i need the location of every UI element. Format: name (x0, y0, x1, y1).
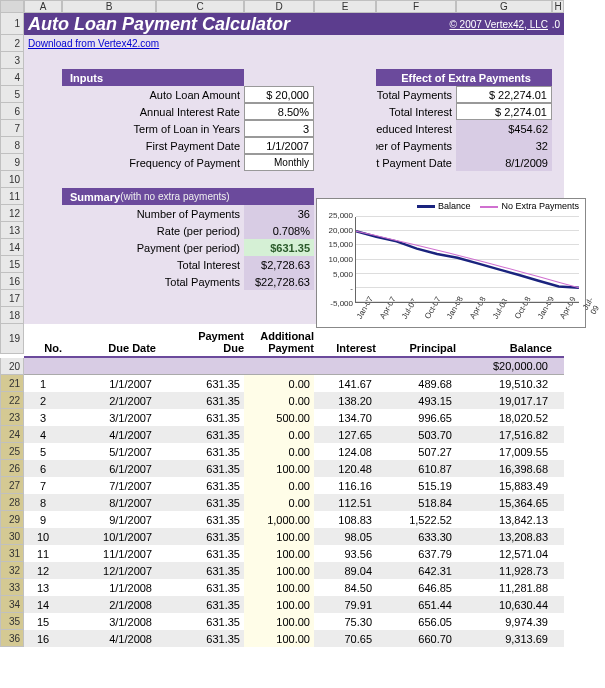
cell-date: 6/1/2007 (62, 460, 156, 477)
row-header[interactable]: 5 (0, 86, 24, 103)
col-header[interactable]: H (552, 0, 564, 13)
row-header[interactable]: 1 (0, 13, 24, 35)
col-header[interactable]: E (314, 0, 376, 13)
cell-due: 631.35 (156, 511, 244, 528)
input-value[interactable]: 8.50% (244, 103, 314, 120)
cell-additional[interactable]: 0.00 (244, 494, 314, 511)
summary-header-text: Summary (70, 191, 120, 203)
row-header[interactable]: 34 (0, 596, 24, 613)
cell-principal: 996.65 (376, 409, 456, 426)
cell-date: 9/1/2007 (62, 511, 156, 528)
cell-principal: 633.30 (376, 528, 456, 545)
cell-additional[interactable]: 100.00 (244, 596, 314, 613)
input-value[interactable]: $ 20,000 (244, 86, 314, 103)
row-header[interactable]: 7 (0, 120, 24, 137)
col-header[interactable]: C (156, 0, 244, 13)
row-header[interactable]: 27 (0, 477, 24, 494)
start-balance: $20,000.00 (456, 358, 552, 375)
row-header[interactable]: 33 (0, 579, 24, 596)
row-header[interactable]: 17 (0, 290, 24, 307)
row-header[interactable]: 13 (0, 222, 24, 239)
row-header[interactable]: 4 (0, 69, 24, 86)
row-header[interactable]: 28 (0, 494, 24, 511)
cell-date: 3/1/2008 (62, 613, 156, 630)
row-header[interactable]: 12 (0, 205, 24, 222)
cell-interest: 93.56 (314, 545, 376, 562)
cell-principal: 515.19 (376, 477, 456, 494)
balance-chart: BalanceNo Extra Payments-5,000-5,00010,0… (316, 198, 586, 328)
cell-additional[interactable]: 0.00 (244, 426, 314, 443)
cell-additional[interactable]: 500.00 (244, 409, 314, 426)
row-header[interactable]: 14 (0, 239, 24, 256)
row-header[interactable]: 26 (0, 460, 24, 477)
row-header[interactable]: 9 (0, 154, 24, 171)
row-header[interactable]: 8 (0, 137, 24, 154)
cell-no: 9 (24, 511, 62, 528)
row-header[interactable]: 2 (0, 35, 24, 52)
row-header[interactable]: 20 (0, 358, 24, 375)
col-header[interactable]: G (456, 0, 552, 13)
row-header[interactable]: 23 (0, 409, 24, 426)
input-value[interactable]: 3 (244, 120, 314, 137)
row-header[interactable]: 24 (0, 426, 24, 443)
row-header[interactable]: 6 (0, 103, 24, 120)
cell-additional[interactable]: 100.00 (244, 579, 314, 596)
input-value[interactable]: 1/1/2007 (244, 137, 314, 154)
summary-value: $2,728.63 (244, 256, 314, 273)
row-header[interactable]: 15 (0, 256, 24, 273)
row-header[interactable]: 36 (0, 630, 24, 647)
row-header[interactable]: 32 (0, 562, 24, 579)
cell-additional[interactable]: 0.00 (244, 477, 314, 494)
row-header[interactable]: 16 (0, 273, 24, 290)
cell-no: 13 (24, 579, 62, 596)
row-header[interactable]: 18 (0, 307, 24, 324)
col-header[interactable]: F (376, 0, 456, 13)
summary-label: Rate (per period) (62, 222, 244, 239)
row-header[interactable]: 10 (0, 171, 24, 188)
cell-additional[interactable]: 0.00 (244, 375, 314, 392)
cell-principal: 660.70 (376, 630, 456, 647)
row-header[interactable]: 19 (0, 324, 24, 354)
row-header[interactable]: 22 (0, 392, 24, 409)
cell-additional[interactable]: 100.00 (244, 460, 314, 477)
cell-interest: 89.04 (314, 562, 376, 579)
cell-no: 4 (24, 426, 62, 443)
th-balance: Balance (456, 324, 552, 358)
row-header[interactable]: 30 (0, 528, 24, 545)
cell-additional[interactable]: 100.00 (244, 528, 314, 545)
th-additional: AdditionalPayment (244, 324, 314, 358)
summary-header: Summary (with no extra payments) (62, 188, 314, 205)
row-header[interactable]: 3 (0, 52, 24, 69)
row-header[interactable]: 29 (0, 511, 24, 528)
cell-additional[interactable]: 100.00 (244, 545, 314, 562)
row-header[interactable]: 35 (0, 613, 24, 630)
cell-additional[interactable]: 1,000.00 (244, 511, 314, 528)
cell-no: 11 (24, 545, 62, 562)
cell-additional[interactable]: 100.00 (244, 562, 314, 579)
col-header[interactable]: A (24, 0, 62, 13)
cell-balance: 12,571.04 (456, 545, 552, 562)
summary-value: 36 (244, 205, 314, 222)
col-header[interactable]: D (244, 0, 314, 13)
col-header[interactable]: B (62, 0, 156, 13)
row-header[interactable]: 31 (0, 545, 24, 562)
cell-balance: 19,017.17 (456, 392, 552, 409)
download-link[interactable]: Download from Vertex42.com (24, 35, 314, 52)
cell-interest: 84.50 (314, 579, 376, 596)
col-header[interactable] (0, 0, 24, 13)
cell-additional[interactable]: 0.00 (244, 443, 314, 460)
row-header[interactable]: 21 (0, 375, 24, 392)
input-value[interactable]: Monthly (244, 154, 314, 171)
summary-label: Total Payments (62, 273, 244, 290)
cell-interest: 70.65 (314, 630, 376, 647)
cell-additional[interactable]: 0.00 (244, 392, 314, 409)
cell-principal: 656.05 (376, 613, 456, 630)
effects-header: Effect of Extra Payments (376, 69, 552, 86)
cell-additional[interactable]: 100.00 (244, 630, 314, 647)
row-header[interactable]: 25 (0, 443, 24, 460)
summary-label: Payment (per period) (62, 239, 244, 256)
copyright[interactable]: © 2007 Vertex42, LLC (314, 13, 552, 35)
cell-no: 16 (24, 630, 62, 647)
row-header[interactable]: 11 (0, 188, 24, 205)
cell-additional[interactable]: 100.00 (244, 613, 314, 630)
